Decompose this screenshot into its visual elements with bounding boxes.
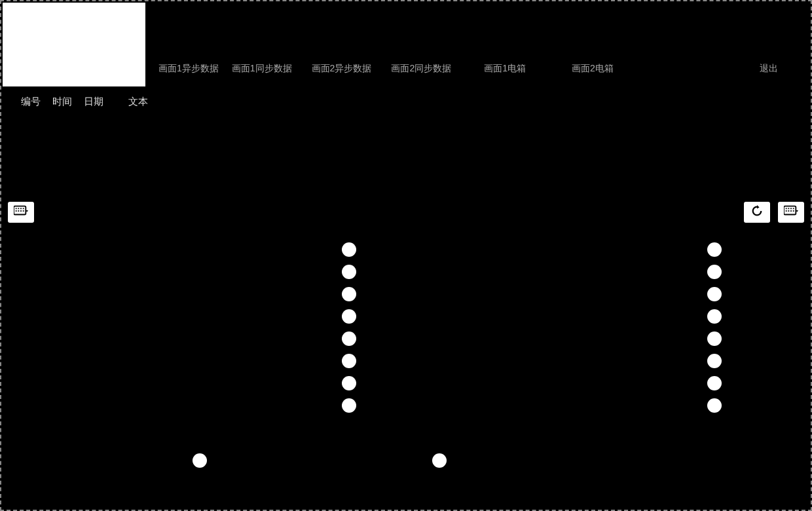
keyboard-right-button[interactable] <box>778 202 804 223</box>
svg-rect-17 <box>793 210 794 212</box>
status-indicator <box>342 309 356 324</box>
svg-rect-12 <box>790 208 792 209</box>
svg-rect-8 <box>23 210 24 212</box>
status-indicator <box>707 398 722 413</box>
refresh-button[interactable] <box>744 202 770 223</box>
keyboard-left-button[interactable] <box>8 202 34 223</box>
svg-rect-13 <box>793 208 794 209</box>
status-indicator <box>707 287 722 301</box>
status-indicator <box>342 354 356 368</box>
nav-item-screen1-box[interactable]: 画面1电箱 <box>477 63 532 75</box>
status-indicator <box>707 331 722 346</box>
svg-rect-15 <box>788 210 789 212</box>
status-indicator <box>707 354 722 368</box>
svg-rect-16 <box>790 210 792 212</box>
nav-item-screen2-async[interactable]: 画面2异步数据 <box>305 63 378 75</box>
subnav-id[interactable]: 编号 <box>21 96 41 108</box>
topbar: 画面1异步数据 画面1同步数据 画面2异步数据 画面2同步数据 画面1电箱 画面… <box>1 1 811 88</box>
status-indicator <box>707 242 722 257</box>
status-indicator <box>342 265 356 279</box>
status-indicator <box>342 331 356 346</box>
svg-rect-7 <box>20 210 22 212</box>
svg-rect-5 <box>16 210 17 212</box>
status-indicator <box>707 376 722 390</box>
svg-rect-3 <box>20 208 22 209</box>
indicator-bottom-right <box>432 453 447 468</box>
svg-rect-1 <box>16 208 17 209</box>
status-indicator <box>342 398 356 413</box>
nav-exit[interactable]: 退出 <box>753 63 784 75</box>
indicator-column-left <box>342 242 356 413</box>
subnav-date[interactable]: 日期 <box>84 96 103 108</box>
svg-rect-11 <box>788 208 789 209</box>
nav-item-screen1-sync[interactable]: 画面1同步数据 <box>225 63 299 75</box>
refresh-icon <box>750 205 764 219</box>
logo-area <box>3 3 145 86</box>
nav-item-screen2-box[interactable]: 画面2电箱 <box>565 63 620 75</box>
nav-item-screen1-async[interactable]: 画面1异步数据 <box>152 63 225 75</box>
keyboard-icon <box>14 205 28 219</box>
svg-rect-9 <box>784 206 796 215</box>
status-indicator <box>342 376 356 390</box>
toolbar <box>8 202 804 225</box>
status-indicator <box>707 265 722 279</box>
nav-item-screen2-sync[interactable]: 画面2同步数据 <box>384 63 458 75</box>
svg-rect-14 <box>786 210 787 212</box>
content-area <box>1 237 811 510</box>
svg-rect-10 <box>786 208 787 209</box>
subnav-text[interactable]: 文本 <box>128 96 148 108</box>
status-indicator <box>342 287 356 301</box>
keyboard-icon <box>784 205 798 219</box>
svg-rect-2 <box>18 208 19 209</box>
svg-rect-0 <box>14 206 26 215</box>
svg-rect-4 <box>23 208 24 209</box>
subnav-time[interactable]: 时间 <box>52 96 72 108</box>
svg-rect-6 <box>18 210 19 212</box>
status-indicator <box>342 242 356 257</box>
main-nav: 画面1异步数据 画面1同步数据 画面2异步数据 画面2同步数据 画面1电箱 画面… <box>152 63 804 75</box>
sub-nav: 编号 时间 日期 文本 <box>21 96 148 108</box>
status-indicator <box>707 309 722 324</box>
indicator-column-right <box>707 242 722 413</box>
indicator-bottom-left <box>193 453 207 468</box>
